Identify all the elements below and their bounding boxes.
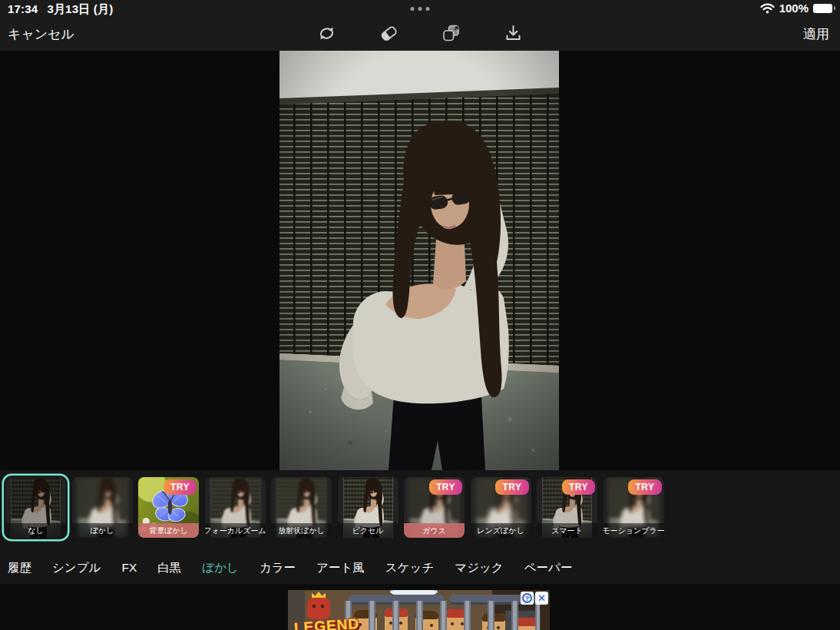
category-tab-bar: 履歴 シンプル FX 白黒 ぼかし カラー アート風 スケッチ マジック ペーパ… [8, 556, 572, 579]
try-badge: TRY [429, 479, 462, 495]
filter-label: フォーカルズーム [205, 523, 266, 538]
tab-paper[interactable]: ペーパー [524, 560, 573, 576]
tab-magic[interactable]: マジック [455, 560, 503, 576]
filter-label: 背景ぼかし [138, 523, 199, 538]
filter-label: スマート [537, 523, 597, 538]
reset-icon[interactable] [316, 22, 338, 45]
try-badge: TRY [562, 479, 595, 495]
tab-bw[interactable]: 白黒 [157, 560, 181, 576]
apply-button[interactable]: 適用 [803, 25, 829, 43]
tab-simple[interactable]: シンプル [52, 560, 101, 576]
battery-percent: 100% [779, 2, 809, 15]
ad-art [345, 601, 540, 630]
multitask-dots-icon [411, 7, 430, 11]
photo-editor-app: 17:34 3月13日 (月) 100% キャンセル [0, 0, 840, 630]
status-date: 3月13日 (月) [47, 2, 113, 17]
ad-close-button[interactable]: ✕ [535, 592, 548, 605]
cancel-button[interactable]: キャンセル [8, 25, 74, 43]
status-bar: 17:34 3月13日 (月) 100% [0, 0, 840, 17]
ad-info-label: ? [522, 593, 532, 603]
eraser-icon[interactable] [378, 22, 400, 45]
compare-icon[interactable] [440, 22, 462, 45]
ad-info-button[interactable]: ? [521, 592, 534, 605]
tab-history[interactable]: 履歴 [8, 560, 31, 576]
filter-thumb-focal-zoom[interactable]: フォーカルズーム [205, 477, 266, 538]
edited-photo[interactable] [279, 51, 559, 470]
filter-thumb-pixel[interactable]: ピクセル [338, 477, 399, 538]
battery-icon [813, 4, 832, 13]
filter-thumb-lens-blur[interactable]: TRY レンズぼかし [471, 477, 531, 538]
tab-color[interactable]: カラー [260, 560, 296, 576]
try-badge: TRY [495, 479, 528, 495]
try-badge: TRY [164, 479, 197, 495]
filter-label: レンズぼかし [471, 523, 531, 538]
filter-thumb-blur[interactable]: ぼかし [72, 477, 133, 538]
filter-label: 放射状ぼかし [271, 523, 332, 538]
wifi-icon [760, 3, 775, 14]
tab-fx[interactable]: FX [121, 561, 137, 575]
filter-thumb-none[interactable]: なし [5, 477, 66, 538]
tab-sketch[interactable]: スケッチ [385, 560, 434, 576]
ad-close-icon: ✕ [537, 592, 546, 604]
filter-thumb-radial-blur[interactable]: 放射状ぼかし [271, 477, 332, 538]
edit-canvas [0, 51, 840, 470]
status-time: 17:34 [8, 2, 38, 17]
try-badge: TRY [628, 479, 661, 495]
header-bar: 17:34 3月13日 (月) 100% キャンセル [0, 0, 840, 51]
filter-label: モーションブラー [604, 523, 664, 538]
filter-label: ぼかし [72, 523, 133, 538]
download-icon[interactable] [502, 22, 524, 45]
filter-label: なし [5, 523, 66, 538]
filter-thumb-smart[interactable]: TRY スマート [537, 477, 597, 538]
filter-thumb-background-blur[interactable]: TRY 背景ぼかし [138, 477, 199, 538]
tab-blur[interactable]: ぼかし [202, 560, 239, 576]
filter-thumb-motion-blur[interactable]: TRY モーションブラー [604, 477, 664, 538]
ad-banner[interactable]: LEGEND OF ? ✕ [288, 590, 550, 630]
filter-label: ピクセル [338, 523, 399, 538]
tab-art[interactable]: アート風 [316, 560, 365, 576]
filter-thumbnail-strip: なし ぼかし TRY 背景ぼかし フォーカルズーム 放射状ぼかし ピクセル TR… [5, 477, 664, 538]
filter-thumb-gauss[interactable]: TRY ガウス [404, 477, 465, 538]
ad-character [305, 590, 332, 621]
filter-label: ガウス [404, 523, 465, 538]
edit-toolbar: キャンセル [0, 17, 840, 51]
